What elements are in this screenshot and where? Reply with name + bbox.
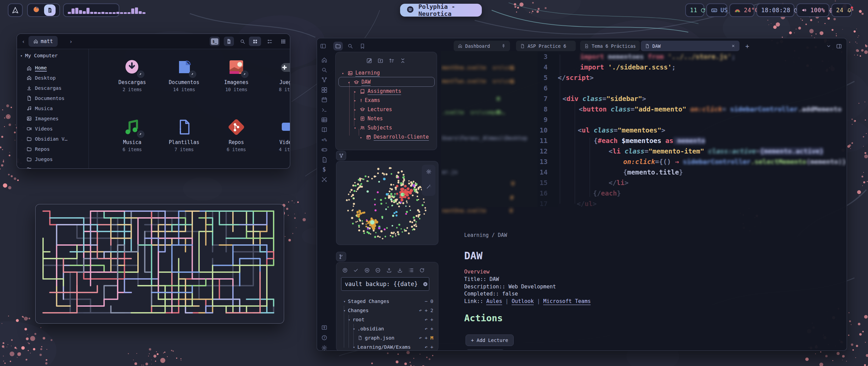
tree-item-daw[interactable]: ▾DAW	[348, 79, 371, 86]
ribbon-git-graph-button[interactable]	[321, 77, 328, 83]
git-row-root[interactable]: ▾root↶+	[336, 316, 438, 324]
sidebar-item-videos[interactable]: Videos	[26, 126, 53, 131]
tree-item-assignments[interactable]: ▸Assignments	[354, 88, 401, 95]
notifications-module[interactable]: 24	[831, 3, 852, 17]
ribbon-calendar-button[interactable]	[321, 97, 328, 103]
unstage-icon[interactable]: −	[425, 299, 428, 304]
sidebar-item-descargas[interactable]: Descargas	[26, 85, 62, 91]
discard-icon[interactable]: ↶	[425, 317, 428, 322]
git-refresh-button[interactable]	[418, 266, 426, 274]
search-button[interactable]	[237, 37, 248, 46]
git-source-control-tab[interactable]	[336, 252, 346, 261]
forward-button[interactable]: ›	[66, 37, 76, 46]
add-lecture-button[interactable]: + Add Lecture	[466, 334, 514, 346]
git-unstage-all-button[interactable]	[374, 266, 382, 274]
file-item-musica[interactable]: Musica6 items	[107, 118, 158, 152]
updates-module[interactable]: 11	[685, 3, 704, 17]
ribbon-settings-button[interactable]	[321, 344, 328, 351]
list-view-button[interactable]	[264, 37, 275, 46]
commit-message-box[interactable]	[341, 277, 429, 291]
stage-icon[interactable]: +	[425, 308, 428, 313]
git-push-button[interactable]	[385, 266, 393, 274]
stage-icon[interactable]: +	[425, 335, 428, 341]
ribbon-reading-button[interactable]	[321, 126, 328, 133]
git-commit-push-button[interactable]	[341, 266, 349, 274]
ribbon-search-button[interactable]	[321, 66, 328, 73]
keyboard-layout-module[interactable]: US	[706, 3, 727, 17]
ribbon-cards-button[interactable]	[321, 86, 328, 93]
sidebar-item-repos[interactable]: Repos	[26, 146, 50, 152]
discard-icon[interactable]: ↶	[425, 344, 428, 350]
sidebar-item-musica[interactable]: Musica	[26, 106, 53, 111]
tab-dashboard[interactable]: Dashboard	[454, 41, 510, 51]
tree-item-exams[interactable]: ▸!Exams	[354, 97, 380, 103]
tree-item-desarrollo-cliente[interactable]: ▸Desarrollo-Cliente	[360, 134, 429, 141]
breadcrumb[interactable]: matt	[28, 36, 58, 47]
stage-icon[interactable]: +	[430, 326, 433, 331]
sidebar-root-my-computer[interactable]: ▾My Computer	[20, 53, 58, 58]
sort-button[interactable]	[388, 57, 395, 64]
discard-icon[interactable]: ↶	[419, 308, 422, 313]
audio-module[interactable]: 100%	[796, 3, 829, 17]
launcher-button[interactable]	[8, 3, 23, 17]
graph-filter-button[interactable]	[425, 183, 432, 190]
note-link-aules[interactable]: Aules	[486, 298, 502, 305]
file-item-documentos[interactable]: Documentos14 items	[159, 58, 210, 92]
git-stage-all-button[interactable]	[363, 266, 371, 274]
note-link-outlook[interactable]: Outlook	[512, 298, 534, 305]
new-note-button[interactable]	[366, 57, 373, 64]
firefox-app-button[interactable]	[31, 4, 42, 16]
graph-settings-button[interactable]	[425, 168, 432, 175]
folder-button[interactable]	[333, 42, 343, 50]
tab-list-button[interactable]	[825, 42, 832, 50]
ribbon-dice-file-button[interactable]	[321, 156, 328, 163]
ribbon-home-button[interactable]	[321, 57, 328, 63]
ribbon-terminal-button[interactable]	[321, 106, 328, 113]
add-note-button[interactable]: + Add Note	[466, 349, 505, 350]
tree-item-lectures[interactable]: ▸Lectures	[354, 106, 392, 113]
discard-icon[interactable]: ↶	[419, 335, 422, 341]
commit-message-input[interactable]	[341, 281, 422, 287]
git-row-.obsidian[interactable]: ▾.obsidian↶+	[336, 325, 438, 333]
compact-view-button[interactable]	[278, 37, 288, 46]
git-commit-button[interactable]	[352, 266, 360, 274]
graph-view-tab[interactable]	[336, 151, 346, 160]
file-item-plantillas[interactable]: Plantillas7 items	[159, 118, 210, 152]
file-item-videos[interactable]: Videos4 items	[263, 118, 290, 152]
ribbon-help-button[interactable]: ?	[321, 334, 328, 341]
file-item-juegos[interactable]: Juegos8 items	[263, 58, 290, 92]
right-sidebar-toggle[interactable]	[835, 42, 843, 50]
tab-asp-practice-6[interactable]: ASP Practice 6	[516, 41, 576, 51]
tree-item-learning[interactable]: ▾Learning	[342, 70, 380, 77]
music-player-pill[interactable]: Polyphia - Neurotica	[400, 4, 482, 17]
git-row-staged-changes[interactable]: ▾Staged Changes−0	[336, 297, 438, 305]
tree-item-subjects[interactable]: ▾Subjects	[354, 125, 392, 131]
open-terminal-button[interactable]: $_	[210, 37, 220, 46]
sidebar-item-documentos[interactable]: Documentos	[26, 96, 64, 101]
tab-daw[interactable]: DAW	[641, 41, 739, 51]
new-tab-button[interactable]: +	[744, 42, 751, 50]
weather-module[interactable]: 24°C	[729, 3, 754, 17]
document-app-button[interactable]	[44, 4, 56, 16]
sidebar-item-juegos[interactable]: Juegos	[26, 157, 53, 162]
file-item-repos[interactable]: Repos6 items	[211, 118, 262, 152]
sidebar-item-obsidian-v-[interactable]: Obsidian V…	[26, 136, 67, 142]
git-row-graph.json[interactable]: graph.json↶+M	[336, 334, 438, 342]
note-breadcrumb[interactable]: Learning / DAW	[464, 232, 507, 238]
tab-tema-6-pr-cticas-[interactable]: Tema 6 Prácticas -…	[580, 41, 640, 51]
sidebar-item-desktop[interactable]: Desktop	[26, 75, 56, 81]
new-folder-button[interactable]	[377, 57, 384, 64]
git-row-changes[interactable]: ▾Changes↶+2	[336, 306, 438, 314]
grid-view-button[interactable]	[249, 37, 261, 46]
sidebar-item-imagenes[interactable]: Imagenes	[26, 116, 59, 121]
stage-icon[interactable]: +	[430, 344, 433, 350]
git-pull-button[interactable]	[396, 266, 404, 274]
close-tab-icon[interactable]	[731, 44, 735, 48]
note-link-microsoft-teams[interactable]: Microsoft Teams	[543, 298, 591, 305]
git-row-learning-daw-exams[interactable]: ▾Learning/DAW/Exams↶+	[336, 343, 438, 351]
collapse-all-button[interactable]	[399, 57, 407, 64]
clear-commit-icon[interactable]	[422, 281, 429, 287]
search-button[interactable]	[346, 42, 355, 50]
back-button[interactable]: ‹	[18, 37, 28, 46]
ribbon-gamepad-button[interactable]	[321, 146, 328, 153]
